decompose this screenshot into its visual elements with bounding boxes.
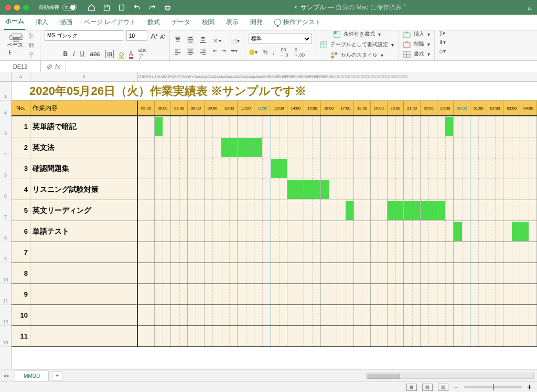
schedule-cell[interactable]	[254, 200, 271, 221]
schedule-cell[interactable]	[520, 221, 537, 242]
schedule-cell[interactable]	[437, 221, 454, 242]
schedule-cell[interactable]	[404, 305, 421, 325]
schedule-cell[interactable]	[371, 326, 388, 346]
schedule-cell[interactable]	[503, 200, 520, 221]
row-task[interactable]: リスニング試験対策	[30, 179, 138, 200]
schedule-cell[interactable]	[404, 137, 421, 158]
schedule-cell[interactable]	[221, 263, 238, 284]
schedule-cell[interactable]	[437, 158, 454, 179]
schedule-cell[interactable]	[470, 326, 487, 346]
percent-button[interactable]: %	[263, 49, 267, 55]
schedule-cell[interactable]	[388, 158, 404, 179]
tab-home[interactable]: ホーム	[4, 14, 25, 30]
schedule-cell[interactable]	[271, 200, 288, 221]
schedule-cell[interactable]	[354, 263, 371, 284]
col-header[interactable]: B	[30, 72, 138, 81]
schedule-cell[interactable]	[371, 263, 388, 284]
schedule-cell[interactable]	[470, 179, 487, 200]
schedule-cell[interactable]	[404, 179, 421, 200]
strike-button[interactable]: abc	[90, 50, 100, 58]
col-header[interactable]: A	[12, 72, 30, 81]
add-sheet-button[interactable]: +	[52, 371, 62, 380]
decimal-inc-icon[interactable]: .00→.0	[280, 47, 288, 58]
schedule-cell[interactable]	[221, 200, 238, 221]
schedule-cell[interactable]	[238, 305, 254, 325]
schedule-cell[interactable]	[421, 242, 437, 263]
schedule-cell[interactable]	[371, 116, 388, 137]
schedule-cell[interactable]	[354, 179, 371, 200]
schedule-cell[interactable]	[371, 305, 388, 325]
schedule-cell[interactable]	[155, 242, 171, 263]
schedule-cell[interactable]	[304, 326, 321, 346]
schedule-cell[interactable]	[503, 221, 520, 242]
schedule-cell[interactable]	[487, 179, 504, 200]
schedule-cell[interactable]	[254, 305, 271, 325]
schedule-cell[interactable]	[470, 116, 487, 137]
insert-cells-button[interactable]: 挿入 ▾	[403, 30, 430, 38]
schedule-cell[interactable]	[155, 116, 171, 137]
schedule-cell[interactable]	[503, 179, 520, 200]
schedule-cell[interactable]	[421, 263, 437, 284]
schedule-cell[interactable]	[520, 284, 537, 304]
tab-insert[interactable]: 挿入	[35, 15, 49, 30]
schedule-cell[interactable]	[254, 242, 271, 263]
view-page-icon[interactable]: ▤	[422, 384, 433, 391]
schedule-cell[interactable]	[138, 242, 155, 263]
schedule-cell[interactable]	[354, 137, 371, 158]
tab-data[interactable]: データ	[170, 15, 191, 30]
row-no[interactable]: 7	[12, 242, 30, 263]
schedule-cell[interactable]	[287, 116, 304, 137]
schedule-cell[interactable]	[388, 221, 404, 242]
schedule-cell[interactable]	[188, 179, 205, 200]
align-top-icon[interactable]	[174, 36, 181, 43]
orientation-button[interactable]: ⤮ ▾	[213, 38, 225, 43]
merge-button[interactable]: ⬌▾	[231, 48, 240, 53]
schedule-cell[interactable]	[388, 179, 404, 200]
row-no[interactable]: 1	[12, 116, 30, 137]
schedule-cell[interactable]	[454, 263, 470, 284]
format-as-table-button[interactable]: テーブルとして書式設定 ▾	[320, 41, 394, 48]
schedule-cell[interactable]	[271, 284, 288, 304]
schedule-cell[interactable]	[188, 242, 205, 263]
schedule-cell[interactable]	[304, 158, 321, 179]
schedule-cell[interactable]	[388, 137, 404, 158]
schedule-cell[interactable]	[337, 116, 354, 137]
schedule-cell[interactable]	[421, 305, 437, 325]
schedule-cell[interactable]	[238, 158, 254, 179]
schedule-cell[interactable]	[503, 242, 520, 263]
schedule-cell[interactable]	[188, 263, 205, 284]
schedule-cell[interactable]	[304, 263, 321, 284]
schedule-cell[interactable]	[388, 305, 404, 325]
schedule-cell[interactable]	[520, 137, 537, 158]
indent-increase-icon[interactable]: ⇥	[221, 48, 225, 53]
schedule-cell[interactable]	[371, 179, 388, 200]
schedule-cell[interactable]	[454, 221, 470, 242]
schedule-cell[interactable]	[454, 242, 470, 263]
schedule-cell[interactable]	[304, 116, 321, 137]
font-color-button[interactable]: A	[129, 50, 133, 58]
schedule-cell[interactable]	[304, 305, 321, 325]
schedule-cell[interactable]	[304, 179, 321, 200]
schedule-cell[interactable]	[437, 284, 454, 304]
schedule-cell[interactable]	[188, 137, 205, 158]
schedule-cell[interactable]	[171, 179, 188, 200]
schedule-cell[interactable]	[171, 326, 188, 346]
clear-button[interactable]: ◇▾	[439, 48, 446, 54]
schedule-cell[interactable]	[221, 326, 238, 346]
row-no[interactable]: 4	[12, 179, 30, 200]
schedule-cell[interactable]	[454, 326, 470, 346]
schedule-cell[interactable]	[221, 221, 238, 242]
sheet-nav[interactable]: ◂▸	[0, 373, 13, 378]
schedule-cell[interactable]	[437, 137, 454, 158]
schedule-cell[interactable]	[238, 284, 254, 304]
row-task[interactable]	[30, 305, 138, 326]
schedule-cell[interactable]	[503, 116, 520, 137]
schedule-cell[interactable]	[487, 326, 504, 346]
maximize-icon[interactable]	[23, 5, 29, 10]
row-task[interactable]: 英単語で暗記	[30, 116, 138, 137]
schedule-cell[interactable]	[321, 116, 338, 137]
schedule-cell[interactable]	[337, 200, 354, 221]
schedule-cell[interactable]	[470, 263, 487, 284]
schedule-cell[interactable]	[205, 179, 221, 200]
schedule-cell[interactable]	[437, 263, 454, 284]
